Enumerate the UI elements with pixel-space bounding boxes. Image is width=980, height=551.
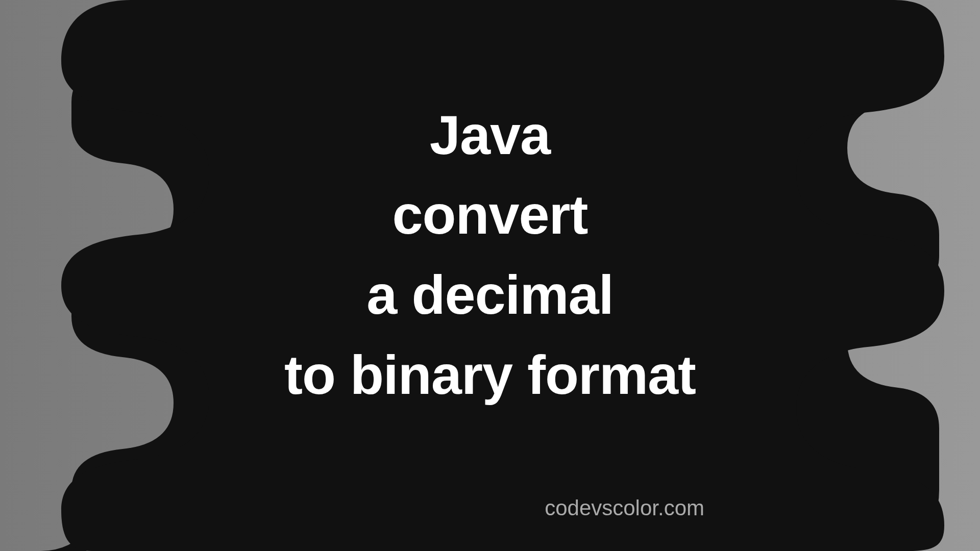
watermark-text: codevscolor.com <box>545 496 704 520</box>
title-line-3: a decimal <box>366 255 613 335</box>
title-line-4: to binary format <box>284 335 696 415</box>
title-line-1: Java <box>430 95 550 176</box>
title-block: Java convert a decimal to binary format <box>0 0 980 551</box>
title-line-2: convert <box>392 175 587 255</box>
